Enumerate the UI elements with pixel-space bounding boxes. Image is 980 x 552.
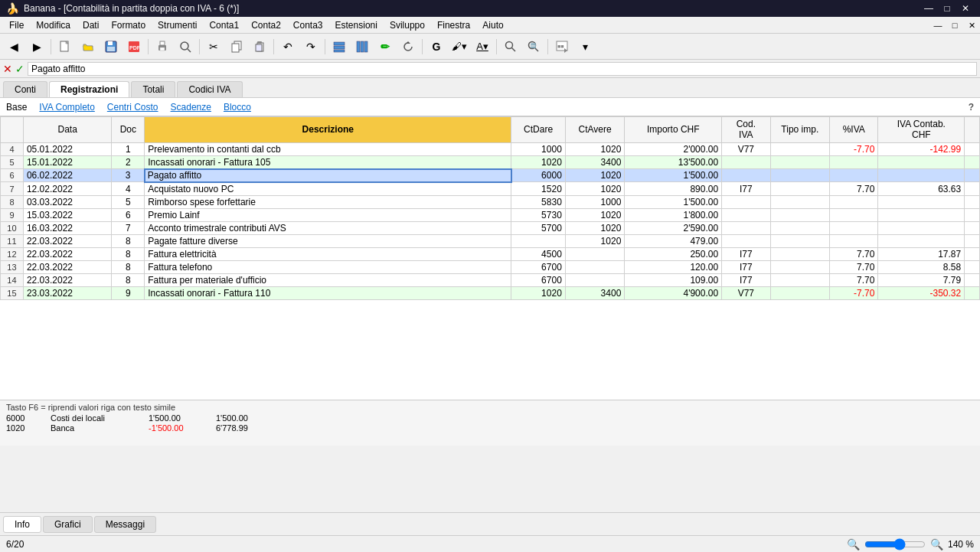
cell-cod-iva[interactable] — [722, 155, 770, 169]
nav-scadenze[interactable]: Scadenze — [171, 102, 211, 113]
cell-tipo-imp[interactable] — [770, 273, 830, 286]
cell-pct-iva[interactable] — [830, 234, 878, 247]
cell-cod-iva[interactable] — [722, 169, 770, 182]
cell-importo[interactable]: 120.00 — [625, 260, 722, 273]
cell-iva-contab[interactable] — [878, 155, 965, 169]
table-row[interactable]: 1222.03.20228Fattura elettricità4500250.… — [1, 247, 980, 260]
inner-close-button[interactable]: ✕ — [963, 17, 980, 34]
cell-date[interactable]: 22.03.2022 — [23, 260, 112, 273]
cell-ctavere[interactable] — [565, 247, 625, 260]
export-button[interactable]: ■■ — [551, 37, 573, 57]
cell-iva-contab[interactable]: 7.79 — [878, 273, 965, 286]
cell-ctdare[interactable]: 5730 — [511, 208, 565, 221]
cell-importo[interactable]: 479.00 — [625, 234, 722, 247]
cell-tipo-imp[interactable] — [770, 155, 830, 169]
cell-tipo-imp[interactable] — [770, 260, 830, 273]
table-row[interactable]: 1523.03.20229Incassati onorari - Fattura… — [1, 286, 980, 299]
cell-tipo-imp[interactable] — [770, 208, 830, 221]
cell-ctavere[interactable]: 1020 — [565, 182, 625, 196]
cell-doc[interactable]: 4 — [112, 182, 145, 196]
inner-minimize-button[interactable]: — — [929, 17, 946, 34]
cell-pct-iva[interactable]: -7.70 — [830, 142, 878, 155]
cell-doc[interactable]: 7 — [112, 221, 145, 234]
back-button[interactable]: ◀ — [3, 37, 24, 57]
cell-rownum[interactable]: 7 — [1, 182, 24, 196]
cell-date[interactable]: 15.03.2022 — [23, 208, 112, 221]
cell-tipo-imp[interactable] — [770, 182, 830, 196]
new-button[interactable] — [54, 37, 76, 57]
edit-button[interactable]: ✏ — [374, 37, 396, 57]
cell-ctavere[interactable] — [565, 260, 625, 273]
cell-date[interactable]: 23.03.2022 — [23, 286, 112, 299]
redo-button[interactable]: ↷ — [300, 37, 322, 57]
cell-iva-contab[interactable]: -350.32 — [878, 286, 965, 299]
cell-rownum[interactable]: 5 — [1, 155, 24, 169]
table-row[interactable]: 915.03.20226Premio Lainf573010201'800.00 — [1, 208, 980, 221]
cell-desc[interactable]: Fattura telefono — [145, 260, 511, 273]
cell-cod-iva[interactable] — [722, 221, 770, 234]
cell-date[interactable]: 12.02.2022 — [23, 182, 112, 196]
menu-conta2[interactable]: Conta2 — [245, 18, 287, 32]
brush-button[interactable]: 🖌▾ — [449, 37, 470, 57]
cell-date[interactable]: 05.01.2022 — [23, 142, 112, 155]
minimize-button[interactable]: — — [920, 0, 937, 17]
cell-iva-contab[interactable]: 17.87 — [878, 247, 965, 260]
cell-importo[interactable]: 4'900.00 — [625, 286, 722, 299]
cell-pct-iva[interactable] — [830, 208, 878, 221]
cell-doc[interactable]: 8 — [112, 273, 145, 286]
cell-tipo-imp[interactable] — [770, 142, 830, 155]
cell-pct-iva[interactable]: 7.70 — [830, 182, 878, 196]
export2-button[interactable]: ▾ — [574, 37, 596, 57]
cell-iva-contab[interactable] — [878, 221, 965, 234]
cell-desc[interactable]: Acconto trimestrale contributi AVS — [145, 221, 511, 234]
table-row[interactable]: 803.03.20225Rimborso spese forfettarie58… — [1, 195, 980, 208]
cell-desc[interactable]: Premio Lainf — [145, 208, 511, 221]
cell-ctavere[interactable]: 3400 — [565, 155, 625, 169]
cell-ctdare[interactable]: 4500 — [511, 247, 565, 260]
cell-pct-iva[interactable]: -7.70 — [830, 286, 878, 299]
cell-rownum[interactable]: 15 — [1, 286, 24, 299]
table-row[interactable]: 606.02.20223Pagato affitto600010201'500.… — [1, 169, 980, 182]
bottom-tab-info[interactable]: Info — [3, 516, 41, 533]
table-row[interactable]: 515.01.20222Incassati onorari - Fattura … — [1, 155, 980, 169]
cell-ctdare[interactable]: 5700 — [511, 221, 565, 234]
table-row[interactable]: 405.01.20221Prelevamento in contanti dal… — [1, 142, 980, 155]
cell-pct-iva[interactable] — [830, 169, 878, 182]
cell-pct-iva[interactable] — [830, 221, 878, 234]
inner-maximize-button[interactable]: □ — [946, 17, 963, 34]
cell-tipo-imp[interactable] — [770, 286, 830, 299]
cell-doc[interactable]: 1 — [112, 142, 145, 155]
menu-aiuto[interactable]: Aiuto — [476, 18, 509, 32]
cell-desc[interactable]: Pagate fatture diverse — [145, 234, 511, 247]
tab-conti[interactable]: Conti — [3, 81, 47, 97]
cell-ctdare[interactable]: 1020 — [511, 155, 565, 169]
cell-pct-iva[interactable]: 7.70 — [830, 273, 878, 286]
forward-button[interactable]: ▶ — [26, 37, 47, 57]
find-button[interactable]: 🔤 — [523, 37, 544, 57]
table-row[interactable]: 1422.03.20228Fattura per materiale d'uff… — [1, 273, 980, 286]
cell-ctdare[interactable]: 1520 — [511, 182, 565, 196]
cell-rownum[interactable]: 12 — [1, 247, 24, 260]
underline-button[interactable]: A▾ — [472, 37, 493, 57]
paste-button[interactable] — [249, 37, 270, 57]
cell-doc[interactable]: 2 — [112, 155, 145, 169]
cell-tipo-imp[interactable] — [770, 195, 830, 208]
cell-tipo-imp[interactable] — [770, 247, 830, 260]
cell-ctavere[interactable]: 1020 — [565, 234, 625, 247]
menu-conta3[interactable]: Conta3 — [287, 18, 329, 32]
cell-doc[interactable]: 3 — [112, 169, 145, 182]
formula-input[interactable] — [28, 62, 977, 76]
menu-sviluppo[interactable]: Sviluppo — [384, 18, 431, 32]
undo-button[interactable]: ↶ — [277, 37, 299, 57]
cell-ctavere[interactable]: 1020 — [565, 169, 625, 182]
cell-cod-iva[interactable]: V77 — [722, 286, 770, 299]
cell-ctavere[interactable]: 1020 — [565, 142, 625, 155]
menu-strumenti[interactable]: Strumenti — [152, 18, 203, 32]
tab-codici-iva[interactable]: Codici IVA — [177, 81, 242, 97]
table-row[interactable]: 1016.03.20227Acconto trimestrale contrib… — [1, 221, 980, 234]
cell-date[interactable]: 06.02.2022 — [23, 169, 112, 182]
zoom-slider[interactable] — [864, 538, 926, 550]
cell-importo[interactable]: 109.00 — [625, 273, 722, 286]
cell-pct-iva[interactable] — [830, 195, 878, 208]
cell-rownum[interactable]: 10 — [1, 221, 24, 234]
